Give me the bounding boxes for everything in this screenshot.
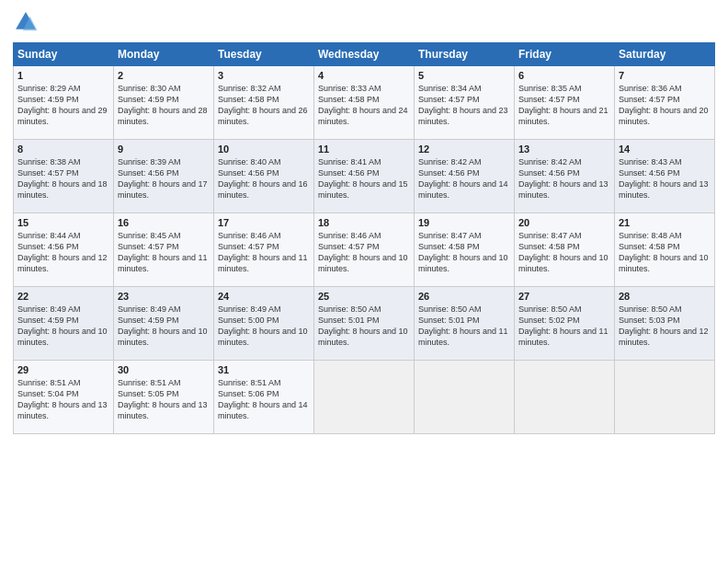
day-header-row: SundayMondayTuesdayWednesdayThursdayFrid… [14, 43, 715, 66]
day-header-sunday: Sunday [14, 43, 114, 66]
calendar-cell: 12Sunrise: 8:42 AMSunset: 4:56 PMDayligh… [415, 140, 515, 213]
calendar-table: SundayMondayTuesdayWednesdayThursdayFrid… [13, 42, 715, 434]
cell-content: Sunrise: 8:44 AMSunset: 4:56 PMDaylight:… [17, 230, 109, 275]
cell-content: Sunrise: 8:50 AMSunset: 5:02 PMDaylight:… [518, 304, 610, 349]
cell-content: Sunrise: 8:35 AMSunset: 4:57 PMDaylight:… [518, 83, 610, 128]
calendar-cell: 7Sunrise: 8:36 AMSunset: 4:57 PMDaylight… [615, 66, 715, 140]
calendar-cell [314, 361, 415, 434]
cell-content: Sunrise: 8:46 AMSunset: 4:57 PMDaylight:… [318, 230, 410, 275]
calendar-cell: 14Sunrise: 8:43 AMSunset: 4:56 PMDayligh… [615, 140, 715, 213]
cell-content: Sunrise: 8:49 AMSunset: 5:00 PMDaylight:… [218, 304, 310, 349]
calendar-cell: 10Sunrise: 8:40 AMSunset: 4:56 PMDayligh… [214, 140, 314, 213]
week-row-3: 15Sunrise: 8:44 AMSunset: 4:56 PMDayligh… [14, 213, 715, 287]
cell-content: Sunrise: 8:42 AMSunset: 4:56 PMDaylight:… [418, 156, 510, 201]
cell-content: Sunrise: 8:50 AMSunset: 5:03 PMDaylight:… [619, 304, 711, 349]
calendar-cell [615, 361, 715, 434]
cell-content: Sunrise: 8:36 AMSunset: 4:57 PMDaylight:… [619, 83, 711, 128]
day-header-saturday: Saturday [615, 43, 715, 66]
calendar-cell: 20Sunrise: 8:47 AMSunset: 4:58 PMDayligh… [515, 213, 615, 287]
cell-content: Sunrise: 8:29 AMSunset: 4:59 PMDaylight:… [17, 83, 109, 128]
calendar-page: SundayMondayTuesdayWednesdayThursdayFrid… [0, 0, 728, 563]
cell-content: Sunrise: 8:46 AMSunset: 4:57 PMDaylight:… [218, 230, 310, 275]
day-header-monday: Monday [114, 43, 214, 66]
calendar-cell: 21Sunrise: 8:48 AMSunset: 4:58 PMDayligh… [615, 213, 715, 287]
day-number: 21 [619, 217, 711, 228]
week-row-1: 1Sunrise: 8:29 AMSunset: 4:59 PMDaylight… [14, 66, 715, 140]
day-number: 20 [518, 217, 610, 228]
day-number: 10 [218, 144, 310, 155]
calendar-cell: 26Sunrise: 8:50 AMSunset: 5:01 PMDayligh… [415, 287, 515, 361]
day-number: 5 [418, 70, 510, 81]
calendar-cell: 9Sunrise: 8:39 AMSunset: 4:56 PMDaylight… [114, 140, 214, 213]
calendar-cell: 8Sunrise: 8:38 AMSunset: 4:57 PMDaylight… [14, 140, 114, 213]
cell-content: Sunrise: 8:47 AMSunset: 4:58 PMDaylight:… [518, 230, 610, 275]
calendar-cell: 5Sunrise: 8:34 AMSunset: 4:57 PMDaylight… [415, 66, 515, 140]
calendar-cell: 23Sunrise: 8:49 AMSunset: 4:59 PMDayligh… [114, 287, 214, 361]
calendar-cell: 13Sunrise: 8:42 AMSunset: 4:56 PMDayligh… [515, 140, 615, 213]
calendar-cell: 19Sunrise: 8:47 AMSunset: 4:58 PMDayligh… [415, 213, 515, 287]
day-number: 24 [218, 291, 310, 302]
day-number: 17 [218, 217, 310, 228]
calendar-cell: 24Sunrise: 8:49 AMSunset: 5:00 PMDayligh… [214, 287, 314, 361]
calendar-cell: 31Sunrise: 8:51 AMSunset: 5:06 PMDayligh… [214, 361, 314, 434]
cell-content: Sunrise: 8:51 AMSunset: 5:05 PMDaylight:… [118, 377, 210, 422]
calendar-cell: 4Sunrise: 8:33 AMSunset: 4:58 PMDaylight… [314, 66, 415, 140]
calendar-cell: 29Sunrise: 8:51 AMSunset: 5:04 PMDayligh… [14, 361, 114, 434]
day-number: 31 [218, 364, 310, 375]
calendar-cell: 22Sunrise: 8:49 AMSunset: 4:59 PMDayligh… [14, 287, 114, 361]
day-number: 1 [17, 70, 109, 81]
calendar-cell: 18Sunrise: 8:46 AMSunset: 4:57 PMDayligh… [314, 213, 415, 287]
cell-content: Sunrise: 8:39 AMSunset: 4:56 PMDaylight:… [118, 156, 210, 201]
cell-content: Sunrise: 8:33 AMSunset: 4:58 PMDaylight:… [318, 83, 410, 128]
day-number: 11 [318, 144, 410, 155]
day-number: 3 [218, 70, 310, 81]
calendar-cell: 27Sunrise: 8:50 AMSunset: 5:02 PMDayligh… [515, 287, 615, 361]
calendar-cell: 30Sunrise: 8:51 AMSunset: 5:05 PMDayligh… [114, 361, 214, 434]
calendar-cell: 11Sunrise: 8:41 AMSunset: 4:56 PMDayligh… [314, 140, 415, 213]
calendar-cell: 3Sunrise: 8:32 AMSunset: 4:58 PMDaylight… [214, 66, 314, 140]
cell-content: Sunrise: 8:30 AMSunset: 4:59 PMDaylight:… [118, 83, 210, 128]
day-header-wednesday: Wednesday [314, 43, 415, 66]
cell-content: Sunrise: 8:51 AMSunset: 5:06 PMDaylight:… [218, 377, 310, 422]
cell-content: Sunrise: 8:45 AMSunset: 4:57 PMDaylight:… [118, 230, 210, 275]
week-row-4: 22Sunrise: 8:49 AMSunset: 4:59 PMDayligh… [14, 287, 715, 361]
cell-content: Sunrise: 8:48 AMSunset: 4:58 PMDaylight:… [619, 230, 711, 275]
day-number: 27 [518, 291, 610, 302]
day-number: 7 [619, 70, 711, 81]
day-number: 9 [118, 144, 210, 155]
cell-content: Sunrise: 8:40 AMSunset: 4:56 PMDaylight:… [218, 156, 310, 201]
logo-icon [13, 9, 39, 35]
header [13, 9, 715, 35]
calendar-cell: 15Sunrise: 8:44 AMSunset: 4:56 PMDayligh… [14, 213, 114, 287]
day-number: 4 [318, 70, 410, 81]
day-number: 6 [518, 70, 610, 81]
calendar-cell: 1Sunrise: 8:29 AMSunset: 4:59 PMDaylight… [14, 66, 114, 140]
cell-content: Sunrise: 8:41 AMSunset: 4:56 PMDaylight:… [318, 156, 410, 201]
day-number: 30 [118, 364, 210, 375]
day-number: 23 [118, 291, 210, 302]
cell-content: Sunrise: 8:50 AMSunset: 5:01 PMDaylight:… [418, 304, 510, 349]
calendar-cell: 25Sunrise: 8:50 AMSunset: 5:01 PMDayligh… [314, 287, 415, 361]
day-number: 25 [318, 291, 410, 302]
cell-content: Sunrise: 8:51 AMSunset: 5:04 PMDaylight:… [17, 377, 109, 422]
cell-content: Sunrise: 8:49 AMSunset: 4:59 PMDaylight:… [17, 304, 109, 349]
cell-content: Sunrise: 8:47 AMSunset: 4:58 PMDaylight:… [418, 230, 510, 275]
cell-content: Sunrise: 8:49 AMSunset: 4:59 PMDaylight:… [118, 304, 210, 349]
calendar-cell: 16Sunrise: 8:45 AMSunset: 4:57 PMDayligh… [114, 213, 214, 287]
calendar-cell: 2Sunrise: 8:30 AMSunset: 4:59 PMDaylight… [114, 66, 214, 140]
calendar-cell [415, 361, 515, 434]
calendar-cell: 17Sunrise: 8:46 AMSunset: 4:57 PMDayligh… [214, 213, 314, 287]
cell-content: Sunrise: 8:32 AMSunset: 4:58 PMDaylight:… [218, 83, 310, 128]
cell-content: Sunrise: 8:42 AMSunset: 4:56 PMDaylight:… [518, 156, 610, 201]
calendar-cell: 6Sunrise: 8:35 AMSunset: 4:57 PMDaylight… [515, 66, 615, 140]
calendar-cell [515, 361, 615, 434]
day-number: 22 [17, 291, 109, 302]
day-header-tuesday: Tuesday [214, 43, 314, 66]
logo [13, 9, 42, 35]
day-number: 13 [518, 144, 610, 155]
day-number: 16 [118, 217, 210, 228]
day-number: 2 [118, 70, 210, 81]
calendar-cell: 28Sunrise: 8:50 AMSunset: 5:03 PMDayligh… [615, 287, 715, 361]
day-header-friday: Friday [515, 43, 615, 66]
day-number: 29 [17, 364, 109, 375]
